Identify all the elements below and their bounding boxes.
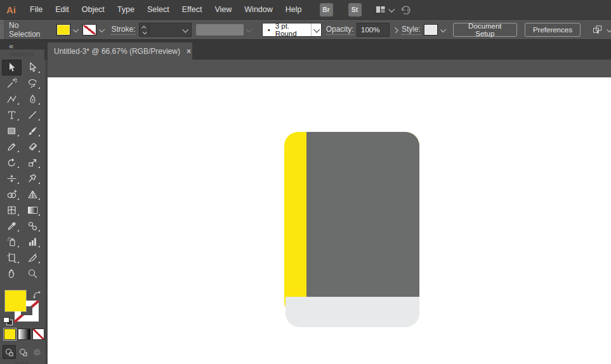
brush-preset-label: 3 pt. Round <box>275 22 306 37</box>
rectangle-tool[interactable] <box>2 123 22 139</box>
opacity-field[interactable]: 100% <box>357 23 390 37</box>
zoom-tool[interactable] <box>23 266 43 282</box>
stock-button[interactable]: St <box>348 3 362 16</box>
menu-item[interactable]: Help <box>279 0 308 19</box>
book-pages-shape[interactable] <box>286 297 419 327</box>
tools-panel <box>0 49 44 364</box>
app-logo: Ai <box>6 4 16 15</box>
draw-normal-button[interactable] <box>3 345 16 359</box>
rotate-tool[interactable] <box>2 155 22 171</box>
color-button[interactable] <box>4 328 16 340</box>
pen-tool[interactable] <box>23 91 43 107</box>
panel-grip[interactable] <box>0 20 4 40</box>
fill-color-swatch[interactable] <box>56 24 70 36</box>
perspective-grid-tool[interactable] <box>23 186 43 202</box>
menu-item[interactable]: Object <box>76 0 111 19</box>
stroke-color-swatch[interactable] <box>82 24 96 36</box>
style-swatch[interactable] <box>424 24 438 36</box>
menu-items: FileEditObjectTypeSelectEffectViewWindow… <box>23 0 308 19</box>
direct-selection-icon <box>27 62 38 73</box>
blend-tool[interactable] <box>23 218 43 234</box>
default-fill-stroke-icon[interactable] <box>3 317 12 325</box>
artboard-tool[interactable] <box>2 250 22 266</box>
scale-icon <box>27 157 38 168</box>
panel-drag-handle[interactable] <box>11 53 33 56</box>
paintbrush-tool[interactable] <box>23 123 43 139</box>
chevron-down-icon[interactable] <box>99 27 105 32</box>
menu-item[interactable]: Edit <box>49 0 76 19</box>
selection-status: No Selection <box>9 21 49 39</box>
mesh-tool[interactable] <box>2 202 22 218</box>
fill-indicator[interactable] <box>5 290 26 311</box>
color-mode-row <box>0 328 44 340</box>
document-tab-title: Untitled-3* @ 66.67% (RGB/Preview) <box>54 47 180 56</box>
rectangle-icon <box>6 126 17 136</box>
menu-item[interactable]: Select <box>141 0 176 19</box>
chevron-down-icon[interactable] <box>74 27 79 32</box>
document-setup-button[interactable]: Document Setup <box>453 23 517 37</box>
column-graph-tool[interactable] <box>23 234 43 250</box>
eyedropper-tool[interactable] <box>2 218 22 234</box>
shape-builder-icon <box>6 189 17 200</box>
hand-icon <box>6 268 17 279</box>
select-similar-icon[interactable] <box>591 24 603 36</box>
book-cover-shape[interactable] <box>306 132 419 297</box>
preferences-button[interactable]: Preferences <box>525 23 581 37</box>
sync-status-icon[interactable] <box>400 4 412 15</box>
shape-builder-tool[interactable] <box>2 186 22 202</box>
chevron-down-icon <box>246 27 252 32</box>
document-tab[interactable]: Untitled-3* @ 66.67% (RGB/Preview) × <box>48 42 192 60</box>
shaper-tool[interactable] <box>2 139 22 155</box>
type-tool[interactable] <box>2 107 22 123</box>
slice-tool[interactable] <box>23 250 43 266</box>
selection-tool[interactable] <box>2 60 22 75</box>
selection-icon <box>6 62 17 73</box>
arrange-documents-button[interactable] <box>376 5 393 14</box>
tool-grid <box>0 60 44 282</box>
chevron-down-icon[interactable] <box>441 27 447 32</box>
chevron-down-icon <box>142 30 147 34</box>
curvature-icon <box>6 94 17 105</box>
gradient-button[interactable] <box>18 328 30 340</box>
menu-bar: Ai FileEditObjectTypeSelectEffectViewWin… <box>0 0 611 19</box>
menu-item[interactable]: Window <box>238 0 279 19</box>
brush-definition-dropdown[interactable]: • 3 pt. Round <box>262 23 322 37</box>
variable-width-profile-dropdown <box>196 24 244 36</box>
direct-selection-tool[interactable] <box>23 60 43 75</box>
magic-wand-tool[interactable] <box>2 75 22 91</box>
style-label[interactable]: Style: <box>402 25 421 35</box>
lasso-tool[interactable] <box>23 75 43 91</box>
width-tool[interactable] <box>2 171 22 186</box>
menu-item[interactable]: Type <box>111 0 141 19</box>
book-artwork[interactable] <box>284 132 419 327</box>
menu-item[interactable]: View <box>208 0 238 19</box>
opacity-label[interactable]: Opacity: <box>326 25 354 35</box>
artboard-canvas[interactable] <box>48 77 611 364</box>
slice-icon <box>27 252 38 263</box>
stroke-label[interactable]: Stroke: <box>111 25 135 35</box>
free-transform-icon <box>27 173 38 184</box>
scale-tool[interactable] <box>23 155 43 171</box>
stroke-weight-dropdown[interactable] <box>149 23 192 37</box>
stroke-weight-stepper[interactable] <box>139 23 148 37</box>
eraser-tool[interactable] <box>23 139 43 155</box>
curvature-tool[interactable] <box>2 91 22 107</box>
free-transform-tool[interactable] <box>23 171 43 186</box>
chevron-down-icon[interactable] <box>607 27 611 32</box>
bridge-button[interactable]: Br <box>320 3 333 16</box>
close-icon[interactable]: × <box>187 47 191 56</box>
menu-item[interactable]: File <box>23 0 49 19</box>
draw-behind-button[interactable] <box>16 345 30 359</box>
chevron-right-icon[interactable] <box>392 27 398 32</box>
swap-fill-stroke-icon[interactable] <box>33 291 41 299</box>
drawing-mode-row <box>0 345 44 359</box>
symbol-sprayer-tool[interactable] <box>2 234 22 250</box>
eyedropper-icon <box>6 221 17 231</box>
line-segment-tool[interactable] <box>23 107 43 123</box>
panel-resize-handle[interactable] <box>16 361 29 364</box>
none-button[interactable] <box>32 328 44 340</box>
hand-tool[interactable] <box>2 266 22 282</box>
gradient-tool[interactable] <box>23 202 43 218</box>
menu-item[interactable]: Effect <box>176 0 209 19</box>
draw-inside-icon <box>33 348 41 356</box>
